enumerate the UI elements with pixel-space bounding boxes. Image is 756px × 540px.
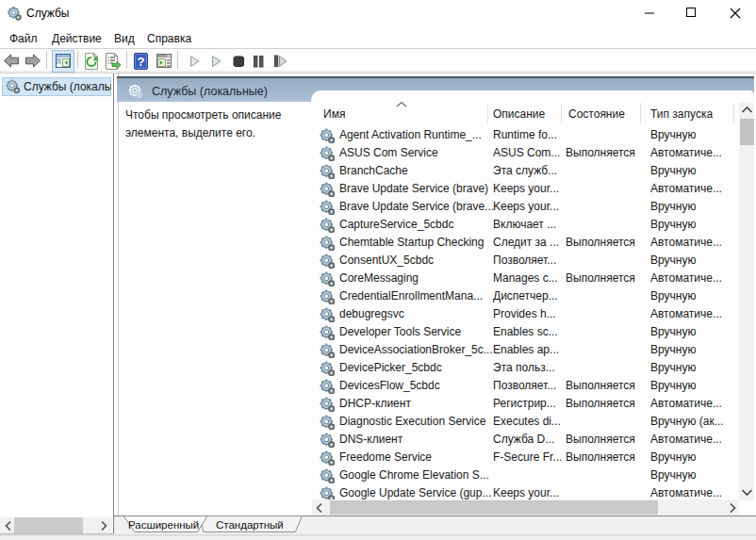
svg-text:?: ?	[138, 55, 145, 69]
